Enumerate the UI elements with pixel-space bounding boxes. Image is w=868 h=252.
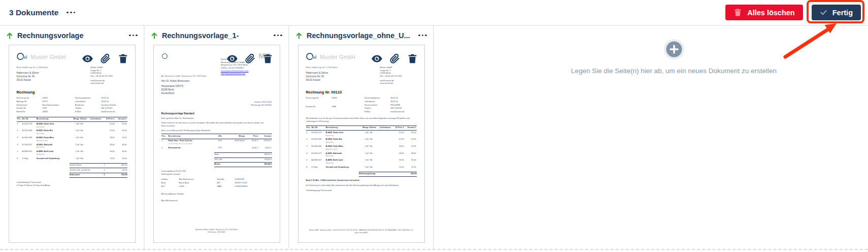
invoice-total-line: Rechnungsbetrag310,59 xyxy=(359,172,416,177)
document-menu-button[interactable] xyxy=(418,35,427,37)
invoice-preview: Muster GmbH Muster GmbH Lange Str. 2 | 1… xyxy=(17,52,127,236)
document-menu-button[interactable] xyxy=(274,35,282,37)
document-thumbnail[interactable]: Muster GmbH Muster GmbH Lange Str. 2 | 1… xyxy=(289,45,433,249)
invoice-totals: Netto:686,50 €19% USt.:130,44 €Brutto:81… xyxy=(214,152,272,167)
document-thumbnail[interactable]: Muster GmbH Muster GmbH Lange Str. 2 | 1… xyxy=(0,45,144,249)
documents-count-title: 3 Dokumente xyxy=(9,8,58,17)
attach-paperclip-icon[interactable] xyxy=(245,53,255,64)
muster-logo-icon xyxy=(306,52,318,62)
invoice-items-table: Pos.Art.-Nr. BezeichnungMenge EinheitLie… xyxy=(306,125,417,170)
invoice-sender-line: Muster GmbH Lange Str. 2 | 12345 Berlin xyxy=(17,67,81,69)
invoice-sender-line: Muster GmbH Lange Str. 2 | 12345 Berlin xyxy=(306,67,370,69)
document-actions xyxy=(372,53,418,64)
documents-strip: Rechnungsvorlage Muster GmbH Muster GmbH… xyxy=(0,26,434,249)
invoice-dates: Datum: 20.07.2012Rechnung: Re 20/2012 xyxy=(161,101,272,107)
delete-trash-icon[interactable] xyxy=(262,53,273,64)
document-card[interactable]: Rechnungsvorlage_ohne_U... Muster GmbH M… xyxy=(289,26,434,249)
invoice-totals: Summe Netto€261,0019,00% USt. auf 261,00… xyxy=(70,163,127,178)
new-document-dropzone[interactable]: Legen Sie die Seite(n) hier ab, um ein n… xyxy=(434,26,868,249)
muster-logo-icon xyxy=(17,52,29,62)
invoice-items-table: Pos.Bezeichnung USt.Menge PreisGesamt 1F… xyxy=(161,134,272,150)
invoice-bank-footer: Mustermann Malerei GmbH. • Hauptstrasse … xyxy=(163,229,270,233)
attach-paperclip-icon[interactable] xyxy=(100,53,111,64)
invoice-heading: Rechnung xyxy=(17,89,127,95)
done-label: Fertig xyxy=(832,9,853,17)
upload-arrow-icon xyxy=(6,32,13,39)
delete-trash-icon[interactable] xyxy=(118,53,128,64)
documents-menu-button[interactable] xyxy=(66,12,75,14)
invoice-bank-footer: Muster GmbH · Sparkasse Berlin · Konto 3… xyxy=(308,229,415,234)
invoice-preview: Muster GmbH Muster GmbH Lange Str. 2 | 1… xyxy=(306,52,417,236)
done-button[interactable]: Fertig xyxy=(812,5,861,20)
document-title: Rechnungsvorlage xyxy=(17,32,84,40)
dropzone-hint: Legen Sie die Seite(n) hier ab, um ein n… xyxy=(571,67,777,75)
documents-area: Rechnungsvorlage Muster GmbH Muster GmbH… xyxy=(0,26,868,250)
delete-all-button[interactable]: Alles löschen xyxy=(725,5,803,20)
delete-trash-icon[interactable] xyxy=(407,53,418,64)
invoice-preview: MM RechnungMustermann Malerei GmbH.Haupt… xyxy=(161,52,272,236)
document-actions xyxy=(227,53,273,64)
document-menu-button[interactable] xyxy=(129,35,138,37)
document-actions xyxy=(82,53,128,64)
add-document-icon[interactable] xyxy=(664,39,684,59)
trash-icon xyxy=(733,8,742,17)
document-title: Rechnungsvorlage_1- xyxy=(162,32,239,40)
document-card-header: Rechnungsvorlage xyxy=(0,26,144,45)
invoice-recipient: Habermann & SöhneSchnurtos Str. 8134131 … xyxy=(306,71,370,82)
invoice-items-table: Pos.Art.-Nr. BezeichnungMenge EinheitLie… xyxy=(17,117,127,161)
invoice-fields: Rechnungs-Nr.:91819Kunden-Nr.:1088 Rechn… xyxy=(306,97,417,113)
document-title: Rechnungsvorlage_ohne_U... xyxy=(307,32,410,40)
preview-eye-icon[interactable] xyxy=(82,53,93,64)
invoice-footer: Lieferbedingung: Postversand10 Tage 2% S… xyxy=(17,181,127,187)
upload-arrow-icon xyxy=(151,32,158,39)
invoice-logo-text: Muster GmbH xyxy=(320,53,356,61)
invoice-subject: Rechnungsvorlage Standard xyxy=(161,112,272,115)
document-thumbnail[interactable]: MM RechnungMustermann Malerei GmbH.Haupt… xyxy=(145,45,288,249)
document-card-header: Rechnungsvorlage_1- xyxy=(145,26,288,45)
invoice-logo-text: Muster GmbH xyxy=(31,53,66,61)
check-icon xyxy=(820,9,827,16)
preview-eye-icon[interactable] xyxy=(372,53,382,64)
invoice-fields: Rechnungs-Nr.:41875Auftrags-Nr.:01727Kom… xyxy=(17,97,127,113)
document-card[interactable]: Rechnungsvorlage Muster GmbH Muster GmbH… xyxy=(0,26,145,249)
invoice-company-block: Muster GmbHLange Str. 212345 BerlinFon: … xyxy=(380,67,417,85)
toolbar: 3 Dokumente Alles löschen Fertig xyxy=(0,0,868,26)
preview-eye-icon[interactable] xyxy=(227,53,238,64)
delete-all-label: Alles löschen xyxy=(747,9,794,17)
document-card[interactable]: Rechnungsvorlage_1- MM RechnungMusterman… xyxy=(145,26,289,249)
document-card-header: Rechnungsvorlage_ohne_U... xyxy=(289,26,433,45)
invoice-recipient: Herr Dr. Hubert BreitemannHauptstrasse 5… xyxy=(161,80,228,96)
attach-paperclip-icon[interactable] xyxy=(389,53,400,64)
invoice-intro: Wir bedanken uns für die gute Zusammenar… xyxy=(306,117,417,123)
upload-arrow-icon xyxy=(295,32,303,39)
logo-circle-icon xyxy=(162,53,168,59)
invoice-heading: Rechnung Nr. 00123 xyxy=(306,89,417,95)
invoice-company-block: Muster GmbHLange Str. 212345 BerlinFon: … xyxy=(91,67,127,85)
invoice-recipient: Habermann & SöhneSchnurtos Str. 8134131 … xyxy=(17,71,81,82)
invoice-closing: Mit freundlichen GrüßenMax Mustermann xyxy=(161,193,272,203)
invoice-bank-details: Inhaber:Max MustermannBank:Meine BankBLZ… xyxy=(161,178,272,188)
